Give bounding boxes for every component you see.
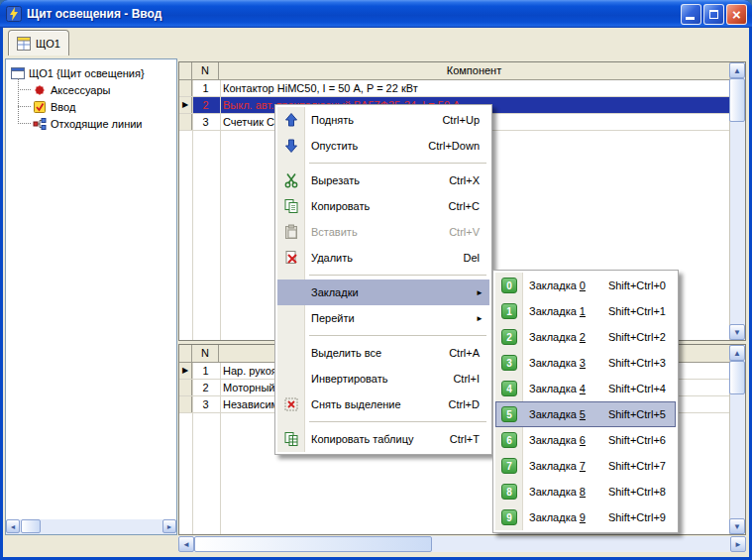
scroll-up-button[interactable]: ▲: [729, 62, 745, 78]
marker-column-header: [179, 345, 192, 362]
tree-node-outgoing-lines[interactable]: Отходящие линии: [18, 115, 174, 132]
scroll-up-button[interactable]: ▲: [729, 345, 745, 361]
cut-icon: [283, 172, 299, 188]
scroll-up-icon: ▲: [733, 66, 741, 75]
maximize-icon: [709, 10, 718, 19]
outgoing-lines-icon: [33, 117, 47, 131]
menu-item-move-down[interactable]: ОпуститьCtrl+Down: [277, 133, 489, 159]
app-icon: [6, 6, 22, 22]
submenu-item-bookmark-1[interactable]: 1 Закладка1 Shift+Ctrl+1: [495, 298, 676, 324]
main-horizontal-scrollbar[interactable]: ◄ ►: [178, 536, 746, 552]
paste-icon: [283, 224, 299, 240]
table-vertical-scrollbar[interactable]: ▲ ▼: [729, 62, 745, 340]
bookmark-0-icon: 0: [501, 278, 517, 293]
tree-horizontal-scrollbar[interactable]: ◄ ►: [6, 519, 176, 534]
menu-item-paste[interactable]: ВставитьCtrl+V: [277, 219, 489, 245]
accessories-icon: [33, 83, 47, 97]
row-marker-cell: ▶: [179, 363, 192, 379]
tab-label: ЩО1: [36, 38, 60, 50]
project-tree: ЩО1 {Щит освещения} Аксессуары: [6, 59, 176, 137]
menu-separator: [309, 417, 486, 426]
scrollbar-thumb[interactable]: [194, 536, 432, 552]
submenu-item-bookmark-5[interactable]: 5 Закладка5 Shift+Ctrl+5: [495, 401, 676, 427]
bookmark-1-icon: 1: [501, 303, 517, 319]
table-vertical-scrollbar[interactable]: ▲ ▼: [729, 345, 745, 534]
bookmarks-submenu: 0 Закладка0 Shift+Ctrl+0 1 Закладка1 Shi…: [492, 270, 679, 533]
submenu-item-bookmark-3[interactable]: 3 Закладка3 Shift+Ctrl+3: [495, 350, 676, 376]
scroll-up-icon: ▲: [733, 349, 741, 358]
scroll-left-button[interactable]: ◄: [178, 536, 194, 552]
close-icon: ×: [732, 7, 741, 22]
menu-item-move-up[interactable]: ПоднятьCtrl+Up: [277, 107, 489, 133]
scroll-down-icon: ▼: [733, 328, 741, 337]
scroll-left-button[interactable]: ◄: [6, 519, 20, 533]
scroll-right-button[interactable]: ►: [730, 536, 746, 552]
scroll-right-icon: ►: [734, 540, 742, 549]
close-button[interactable]: ×: [726, 4, 747, 25]
menu-item-bookmarks[interactable]: Закладки ►: [277, 280, 489, 305]
menu-item-copy-table[interactable]: Копировать таблицуCtrl+T: [277, 426, 489, 452]
scroll-left-icon: ◄: [182, 540, 190, 549]
clear-selection-icon: [283, 396, 299, 412]
row-marker-cell: [179, 396, 192, 412]
table-header: N Компонент: [179, 62, 745, 80]
current-row-icon: ▶: [182, 100, 188, 109]
copy-icon: [283, 198, 299, 214]
window-title: Щит освещения - Ввод: [27, 7, 161, 21]
current-row-icon: ▶: [182, 366, 188, 375]
row-marker-cell: ▶: [179, 97, 192, 113]
tree-node-input[interactable]: Ввод: [18, 98, 174, 115]
scroll-right-icon: ►: [166, 523, 173, 530]
submenu-arrow-icon: ►: [476, 314, 483, 323]
minimize-icon: [686, 17, 695, 20]
bookmark-5-icon: 5: [501, 406, 517, 422]
menu-separator: [309, 159, 486, 168]
submenu-item-bookmark-4[interactable]: 4 Закладка4 Shift+Ctrl+4: [495, 376, 676, 401]
minimize-button[interactable]: [681, 4, 701, 25]
context-menu: ПоднятьCtrl+Up ОпуститьCtrl+Down Вырезат…: [274, 104, 492, 455]
bookmark-7-icon: 7: [501, 458, 517, 474]
menu-item-cut[interactable]: ВырезатьCtrl+X: [277, 168, 489, 193]
menu-item-select-all[interactable]: Выделить всеCtrl+A: [277, 340, 489, 366]
bookmark-9-icon: 9: [501, 509, 517, 525]
submenu-arrow-icon: ►: [476, 288, 483, 297]
bookmark-3-icon: 3: [501, 355, 517, 371]
row-marker-cell: [179, 114, 192, 130]
tree-node-accessories[interactable]: Аксессуары: [18, 81, 174, 98]
scrollbar-thumb[interactable]: [729, 361, 745, 394]
submenu-item-bookmark-9[interactable]: 9 Закладка9 Shift+Ctrl+9: [495, 504, 676, 530]
scroll-right-button[interactable]: ►: [162, 519, 176, 533]
bookmark-4-icon: 4: [501, 381, 517, 396]
menu-item-delete[interactable]: УдалитьDel: [277, 245, 489, 271]
scroll-down-button[interactable]: ▼: [729, 518, 745, 534]
tree-node-root[interactable]: ЩО1 {Щит освещения}: [8, 64, 174, 81]
title-bar[interactable]: Щит освещения - Ввод ×: [0, 0, 752, 28]
row-marker-cell: [179, 80, 192, 96]
bookmark-6-icon: 6: [501, 432, 517, 448]
marker-column-header: [179, 62, 192, 79]
scrollbar-thumb[interactable]: [729, 78, 745, 122]
scrollbar-thumb[interactable]: [21, 519, 41, 533]
menu-item-clear-selection[interactable]: Снять выделениеCtrl+D: [277, 392, 489, 417]
maximize-button[interactable]: [703, 4, 724, 25]
submenu-item-bookmark-2[interactable]: 2 Закладка2 Shift+Ctrl+2: [495, 324, 676, 350]
tab-panel[interactable]: ЩО1: [8, 30, 69, 56]
menu-item-invert-selection[interactable]: ИнвертироватьCtrl+I: [277, 366, 489, 392]
row-marker-cell: [179, 380, 192, 395]
panel-tab-icon: [17, 37, 31, 51]
submenu-item-bookmark-7[interactable]: 7 Закладка7 Shift+Ctrl+7: [495, 453, 676, 479]
copy-table-icon: [283, 431, 299, 447]
submenu-item-bookmark-0[interactable]: 0 Закладка0 Shift+Ctrl+0: [495, 273, 676, 298]
menu-item-copy[interactable]: КопироватьCtrl+C: [277, 193, 489, 219]
submenu-item-bookmark-8[interactable]: 8 Закладка8 Shift+Ctrl+8: [495, 479, 676, 504]
input-icon: [33, 100, 47, 114]
menu-item-goto[interactable]: Перейти ►: [277, 305, 489, 331]
menu-separator: [309, 331, 486, 340]
tree-node-label: ЩО1 {Щит освещения}: [29, 67, 145, 79]
table-row[interactable]: 1 Контактор HiMC50, I = 50 А, P = 22 кВт: [179, 80, 729, 97]
delete-icon: [283, 250, 299, 266]
bookmark-8-icon: 8: [501, 484, 517, 500]
submenu-item-bookmark-6[interactable]: 6 Закладка6 Shift+Ctrl+6: [495, 427, 676, 453]
scroll-down-button[interactable]: ▼: [729, 324, 745, 340]
project-tree-panel: ЩО1 {Щит освещения} Аксессуары: [5, 58, 177, 535]
